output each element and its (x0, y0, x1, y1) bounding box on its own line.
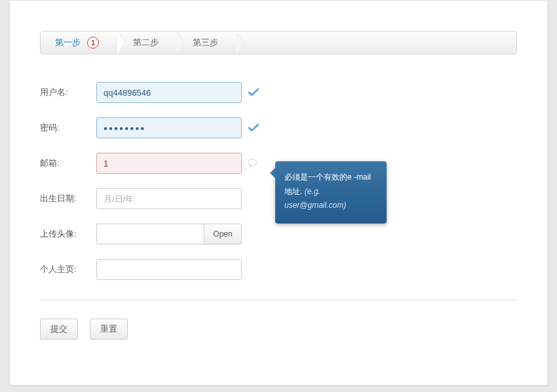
label-avatar: 上传头像: (40, 228, 96, 240)
homepage-input[interactable] (96, 259, 242, 280)
tooltip-line-2: 地址. (e.g. (284, 185, 377, 199)
step-2[interactable]: 第二步 (119, 31, 178, 54)
step-1-badge: 1 (87, 37, 99, 49)
dob-input[interactable] (96, 188, 242, 209)
divider (40, 300, 517, 300)
error-tooltip: 必须是一个有效的e -mail 地址. (e.g. user@gmail.com… (275, 161, 387, 224)
label-dob: 出生日期: (40, 193, 96, 205)
email-input[interactable] (96, 153, 242, 174)
speech-bubble-icon (247, 159, 258, 168)
tooltip-line-1: 必须是一个有效的e -mail (284, 170, 377, 185)
row-avatar: 上传头像: Open (40, 224, 517, 245)
checkmark-icon (248, 123, 259, 132)
tooltip-example-open: (e.g. (305, 187, 320, 196)
label-homepage: 个人主页: (40, 264, 96, 275)
checkmark-icon (248, 88, 259, 97)
avatar-upload: Open (96, 224, 242, 245)
username-input[interactable] (96, 82, 242, 103)
label-password: 密码: (40, 122, 96, 134)
tooltip-line-2-prefix: 地址. (284, 187, 305, 196)
step-3[interactable]: 第三步 (178, 31, 238, 54)
step-2-label: 第二步 (133, 37, 159, 49)
avatar-path-input[interactable] (96, 224, 204, 245)
reset-button[interactable]: 重置 (90, 319, 128, 340)
wizard-steps: 第一步 1 第二步 第三步 (40, 31, 517, 54)
svg-point-0 (248, 159, 257, 166)
step-3-label: 第三步 (193, 37, 218, 49)
row-homepage: 个人主页: (40, 259, 517, 280)
label-username: 用户名: (40, 87, 96, 98)
step-1[interactable]: 第一步 1 (41, 31, 119, 54)
password-input[interactable] (96, 117, 242, 138)
submit-button[interactable]: 提交 (40, 319, 78, 340)
row-username: 用户名: (40, 82, 517, 103)
step-1-label: 第一步 (55, 37, 81, 49)
row-password: 密码: (40, 117, 517, 138)
form-panel: 第一步 1 第二步 第三步 用户名: 密码: 邮箱: (9, 0, 548, 385)
tooltip-line-3: user@gmail.com) (284, 199, 377, 213)
form-actions: 提交 重置 (40, 319, 517, 340)
tooltip-example: user@gmail.com) (284, 201, 346, 210)
open-button[interactable]: Open (204, 224, 242, 245)
label-email: 邮箱: (40, 157, 96, 169)
